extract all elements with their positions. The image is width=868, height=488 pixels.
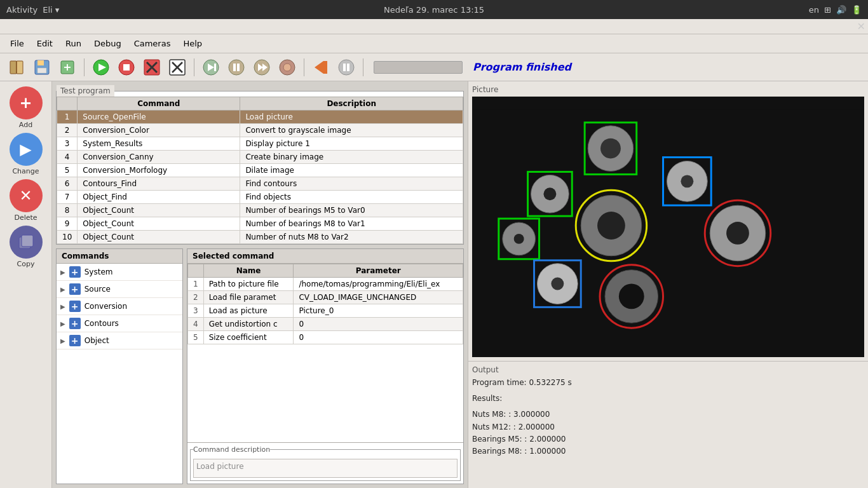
menu-cameras[interactable]: Cameras — [129, 37, 176, 50]
svg-point-28 — [283, 64, 291, 71]
sel-row-param: CV_LOAD_IMAGE_UNCHANGED — [294, 291, 463, 304]
table-row[interactable]: 6 Contours_Find Find contours — [57, 177, 463, 191]
stop-button[interactable] — [115, 56, 138, 79]
row-num: 5 — [57, 164, 78, 177]
svg-text:+: + — [63, 61, 71, 73]
window-close-bar: ✕ — [0, 19, 868, 34]
open-button[interactable] — [5, 56, 28, 79]
add-group-button[interactable]: + — [69, 318, 81, 329]
row-description: Find objects — [240, 191, 463, 204]
table-row[interactable]: 4 Conversion_Canny Create binary image — [57, 151, 463, 164]
row-command: Source_OpenFile — [78, 111, 240, 124]
pause-button[interactable] — [225, 56, 248, 79]
table-row[interactable]: 7 Object_Find Find objects — [57, 191, 463, 204]
row-description: Number of bearings M5 to Var0 — [240, 204, 463, 217]
menu-help[interactable]: Help — [178, 37, 207, 50]
next-button[interactable] — [309, 56, 332, 79]
copy-button[interactable]: Copy — [10, 226, 43, 268]
svg-point-51 — [597, 212, 625, 240]
svg-point-57 — [726, 222, 749, 245]
save-button[interactable] — [31, 56, 53, 79]
break-button[interactable] — [140, 56, 163, 79]
test-program-scroll[interactable]: Command Description 1 Source_OpenFile Lo… — [57, 97, 463, 244]
add-group-button[interactable]: + — [69, 283, 81, 295]
menu-edit[interactable]: Edit — [32, 37, 58, 50]
cmd-group-object[interactable]: ▶ + Object — [57, 332, 182, 349]
menu-debug[interactable]: Debug — [89, 37, 126, 50]
capture-button[interactable] — [276, 56, 299, 79]
lang-indicator[interactable]: en — [809, 5, 819, 15]
sidebar: + Add ▶ Change ✕ Delete Copy — [0, 81, 52, 488]
row-description: Create binary image — [240, 151, 463, 164]
group-label: Conversion — [85, 302, 127, 311]
row-num: 6 — [57, 177, 78, 191]
add-group-button[interactable]: + — [69, 266, 81, 278]
row-num: 9 — [57, 217, 78, 231]
new-button[interactable]: + — [56, 56, 79, 79]
sel-row-name: Load as picture — [203, 304, 294, 318]
selected-command-title: Selected command — [187, 249, 463, 264]
svg-rect-30 — [323, 61, 327, 74]
picture-canvas — [472, 97, 864, 357]
program-status: Program finished — [473, 61, 571, 73]
cmd-group-conversion[interactable]: ▶ + Conversion — [57, 298, 182, 315]
sel-cmd-row[interactable]: 5 Size coefficient 0 — [188, 331, 463, 344]
svg-rect-5 — [37, 68, 46, 73]
cmd-group-source[interactable]: ▶ + Source — [57, 281, 182, 298]
row-command: System_Results — [78, 137, 240, 151]
output-line: Nuts M8: : 3.000000 — [472, 409, 864, 421]
row-command: Conversion_Canny — [78, 151, 240, 164]
table-row[interactable]: 3 System_Results Display picture 1 — [57, 137, 463, 151]
sel-cmd-row[interactable]: 4 Get undistortion c 0 — [188, 318, 463, 331]
svg-rect-35 — [22, 235, 33, 247]
output-line: Bearings M8: : 1.000000 — [472, 445, 864, 458]
table-row[interactable]: 10 Object_Count Number of nuts M8 to Var… — [57, 231, 463, 244]
table-row[interactable]: 5 Conversion_Morfology Dilate image — [57, 164, 463, 177]
menu-run[interactable]: Run — [60, 37, 86, 50]
row-num: 10 — [57, 231, 78, 244]
svg-rect-0 — [10, 61, 17, 74]
delete-button[interactable]: ✕ Delete — [10, 179, 43, 222]
table-row[interactable]: 8 Object_Count Number of bearings M5 to … — [57, 204, 463, 217]
add-button[interactable]: + Add — [10, 86, 43, 129]
sel-row-param: Picture_0 — [294, 304, 463, 318]
table-row[interactable]: 1 Source_OpenFile Load picture — [57, 111, 463, 124]
forward-button[interactable] — [250, 56, 273, 79]
row-description: Display picture 1 — [240, 137, 463, 151]
step-play-button[interactable] — [200, 56, 222, 79]
table-row[interactable]: 2 Conversion_Color Convert to grayscale … — [57, 124, 463, 137]
add-label: Add — [19, 121, 32, 129]
svg-point-60 — [619, 284, 644, 309]
cmd-group-system[interactable]: ▶ + System — [57, 264, 182, 281]
svg-rect-32 — [343, 64, 346, 71]
cancel-button[interactable] — [166, 56, 189, 79]
col-num — [57, 97, 78, 111]
table-row[interactable]: 9 Object_Count Number of bearings M8 to … — [57, 217, 463, 231]
sel-cmd-row[interactable]: 2 Load file paramet CV_LOAD_IMAGE_UNCHAN… — [188, 291, 463, 304]
cmd-group-contours[interactable]: ▶ + Contours — [57, 315, 182, 332]
audio-icon: 🔊 — [836, 5, 846, 15]
svg-point-39 — [600, 139, 621, 159]
svg-rect-20 — [214, 64, 216, 71]
add-group-button[interactable]: + — [69, 301, 81, 312]
row-command: Object_Count — [78, 217, 240, 231]
row-description: Find contours — [240, 177, 463, 191]
menu-bar: File Edit Run Debug Cameras Help — [0, 34, 868, 53]
picture-section: Picture — [468, 81, 868, 361]
group-label: Object — [85, 336, 109, 345]
sel-cmd-row[interactable]: 3 Load as picture Picture_0 — [188, 304, 463, 318]
selected-command-scroll[interactable]: Name Parameter 1 Path to picture file /h… — [187, 264, 463, 442]
play-button[interactable] — [90, 56, 112, 79]
change-button[interactable]: ▶ Change — [10, 133, 43, 175]
add-group-button[interactable]: + — [69, 335, 81, 346]
test-program-panel: Test program Command Description 1 Sourc… — [56, 85, 464, 245]
add-icon: + — [10, 86, 43, 119]
menu-file[interactable]: File — [5, 37, 29, 50]
pause2-button[interactable] — [335, 56, 358, 79]
object-5 — [576, 190, 646, 261]
row-num: 2 — [57, 124, 78, 137]
row-command: Contours_Find — [78, 177, 240, 191]
app-name: Aktivity — [6, 5, 37, 15]
close-button[interactable]: ✕ — [857, 20, 865, 32]
sel-cmd-row[interactable]: 1 Path to picture file /home/tomas/progr… — [188, 278, 463, 291]
